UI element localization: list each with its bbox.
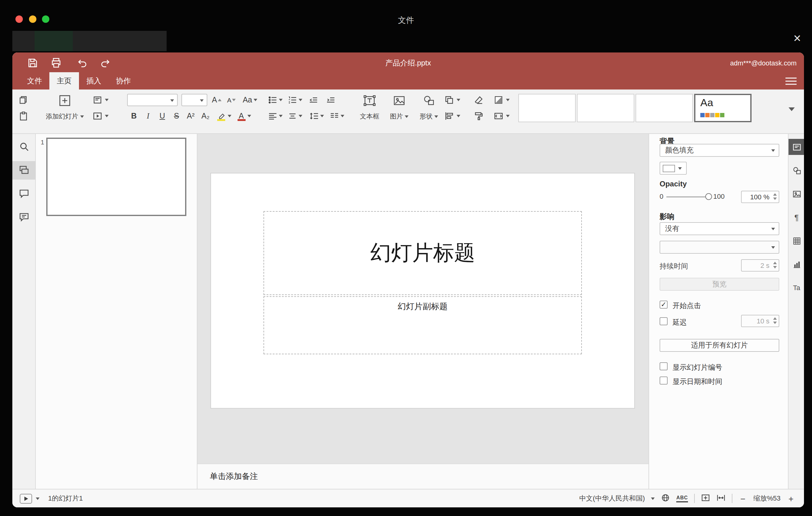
start-on-click-label[interactable]: 开始点击 bbox=[672, 301, 701, 311]
text-art-settings-icon[interactable]: Ta bbox=[788, 280, 804, 296]
theme-thumbnail[interactable] bbox=[636, 94, 693, 122]
copy-icon[interactable] bbox=[19, 95, 28, 105]
subscript-button[interactable]: A₂ bbox=[200, 111, 211, 122]
hamburger-menu-icon[interactable] bbox=[785, 77, 796, 85]
undo-icon[interactable] bbox=[77, 57, 88, 68]
fit-slide-icon[interactable] bbox=[701, 493, 710, 504]
italic-button[interactable]: I bbox=[143, 111, 154, 122]
spinner-down-icon[interactable] bbox=[773, 198, 777, 200]
fit-width-icon[interactable] bbox=[716, 493, 726, 504]
underline-button[interactable]: U bbox=[157, 111, 168, 122]
slide-settings-icon[interactable] bbox=[788, 139, 804, 155]
delay-label[interactable]: 延迟 bbox=[672, 318, 687, 327]
font-color-button[interactable]: A bbox=[236, 111, 247, 122]
start-slideshow-icon[interactable] bbox=[92, 111, 103, 121]
chevron-down-icon[interactable] bbox=[506, 99, 510, 101]
textbox-button[interactable]: 文本框 bbox=[355, 92, 384, 130]
line-spacing-icon[interactable] bbox=[309, 111, 319, 121]
chevron-down-icon[interactable] bbox=[228, 115, 231, 117]
decrease-indent-icon[interactable] bbox=[309, 95, 318, 105]
chevron-down-icon[interactable] bbox=[320, 115, 324, 117]
effect-select[interactable]: 没有 bbox=[660, 222, 779, 235]
color-scheme-icon[interactable] bbox=[494, 95, 503, 105]
zoom-out-button[interactable]: − bbox=[738, 493, 747, 503]
image-settings-icon[interactable] bbox=[788, 186, 804, 202]
superscript-button[interactable]: A² bbox=[185, 111, 196, 122]
spinner-up-icon[interactable] bbox=[773, 317, 777, 320]
paragraph-settings-icon[interactable]: ¶ bbox=[788, 209, 804, 225]
chevron-down-icon[interactable] bbox=[506, 115, 510, 117]
chevron-down-icon[interactable] bbox=[279, 99, 283, 101]
slides-panel-icon[interactable] bbox=[12, 161, 36, 180]
shape-button[interactable]: 形状 bbox=[415, 92, 443, 130]
delay-spinner[interactable]: 10 s bbox=[741, 315, 779, 327]
show-date-time-checkbox[interactable] bbox=[660, 376, 668, 384]
chevron-down-icon[interactable] bbox=[457, 115, 460, 117]
show-slide-number-checkbox[interactable] bbox=[660, 362, 668, 370]
subtitle-placeholder[interactable]: 幻灯片副标题 bbox=[263, 296, 582, 354]
chevron-down-icon[interactable] bbox=[299, 99, 302, 101]
chevron-down-icon[interactable] bbox=[105, 99, 109, 101]
duration-spinner[interactable]: 2 s bbox=[741, 259, 779, 271]
title-placeholder[interactable]: 幻灯片标题 bbox=[263, 211, 582, 295]
redo-icon[interactable] bbox=[100, 57, 111, 68]
chart-settings-icon[interactable] bbox=[788, 256, 804, 272]
chevron-down-icon[interactable] bbox=[248, 115, 251, 117]
chat-icon[interactable] bbox=[12, 208, 36, 227]
background-fill-select[interactable]: 颜色填充 bbox=[660, 144, 779, 157]
close-icon[interactable]: × bbox=[791, 31, 803, 46]
increase-indent-icon[interactable] bbox=[326, 95, 336, 105]
opacity-spinner[interactable]: 100 % bbox=[741, 191, 779, 203]
highlight-color-button[interactable] bbox=[216, 111, 227, 122]
show-date-time-label[interactable]: 显示日期和时间 bbox=[672, 377, 722, 386]
spinner-up-icon[interactable] bbox=[773, 262, 777, 264]
start-on-click-checkbox[interactable]: ✓ bbox=[660, 300, 668, 309]
change-case-icon[interactable]: Aa bbox=[242, 94, 258, 106]
slider-track[interactable] bbox=[666, 196, 709, 198]
tab-insert[interactable]: 插入 bbox=[79, 72, 109, 89]
arrange-shape-icon[interactable] bbox=[444, 95, 454, 105]
bold-button[interactable]: B bbox=[128, 111, 140, 122]
vertical-align-icon[interactable] bbox=[288, 111, 297, 121]
save-icon[interactable] bbox=[27, 57, 38, 68]
print-icon[interactable] bbox=[51, 57, 62, 68]
numbering-icon[interactable] bbox=[288, 95, 297, 105]
start-slideshow-status-icon[interactable] bbox=[20, 493, 32, 503]
theme-thumbnail[interactable] bbox=[577, 94, 634, 122]
shape-settings-icon[interactable] bbox=[788, 162, 804, 178]
spinner-up-icon[interactable] bbox=[773, 193, 777, 196]
effect-type-select[interactable] bbox=[660, 241, 779, 254]
font-name-combo[interactable] bbox=[127, 94, 178, 106]
increase-font-icon[interactable]: A bbox=[211, 94, 222, 106]
theme-thumbnail[interactable] bbox=[518, 94, 576, 122]
chevron-down-icon[interactable] bbox=[279, 115, 283, 117]
bullets-icon[interactable] bbox=[268, 95, 278, 105]
chevron-down-icon[interactable] bbox=[299, 115, 302, 117]
table-settings-icon[interactable] bbox=[788, 233, 804, 249]
horizontal-align-icon[interactable] bbox=[268, 111, 278, 121]
chevron-down-icon[interactable] bbox=[36, 497, 39, 500]
chevron-down-icon[interactable] bbox=[105, 115, 109, 117]
tab-file[interactable]: 文件 bbox=[20, 72, 49, 89]
zoom-in-button[interactable]: + bbox=[787, 493, 795, 503]
slide[interactable]: 幻灯片标题 幻灯片副标题 bbox=[211, 173, 634, 408]
apply-to-all-slides-button[interactable]: 适用于所有幻灯片 bbox=[660, 339, 779, 352]
chevron-down-icon[interactable] bbox=[651, 497, 655, 500]
tab-home[interactable]: 主页 bbox=[49, 72, 79, 89]
theme-thumbnail-selected[interactable]: Aa bbox=[694, 94, 752, 122]
delay-checkbox[interactable] bbox=[660, 317, 668, 325]
slide-layout-icon[interactable] bbox=[92, 95, 103, 105]
strikeout-button[interactable]: S bbox=[171, 111, 182, 122]
spinner-down-icon[interactable] bbox=[773, 266, 777, 268]
clear-style-icon[interactable] bbox=[474, 95, 484, 105]
theme-gallery-expand-icon[interactable] bbox=[788, 107, 795, 111]
add-slide-button[interactable]: 添加幻灯片 bbox=[42, 92, 88, 130]
paste-icon[interactable] bbox=[19, 111, 28, 121]
notes-input[interactable]: 单击添加备注 bbox=[198, 463, 648, 489]
chevron-down-icon[interactable] bbox=[341, 115, 344, 117]
columns-icon[interactable] bbox=[329, 111, 339, 121]
copy-style-icon[interactable] bbox=[474, 111, 484, 121]
spellcheck-icon[interactable]: ABC bbox=[676, 495, 688, 502]
preview-button[interactable]: 预览 bbox=[660, 278, 779, 291]
decrease-font-icon[interactable]: A bbox=[226, 94, 237, 106]
